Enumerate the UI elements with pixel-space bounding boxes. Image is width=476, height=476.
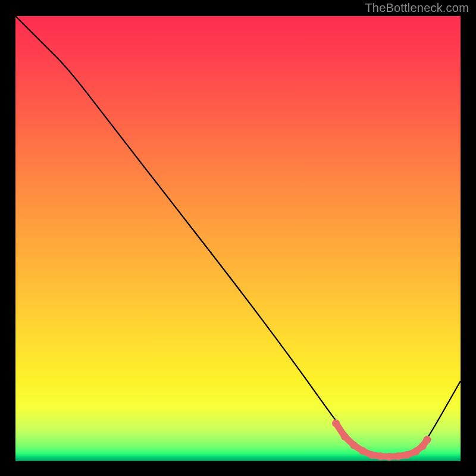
optimal-range-dot [419, 442, 427, 450]
optimal-range-dot [350, 441, 358, 449]
optimal-range-dot [412, 447, 420, 455]
optimal-range-dot [403, 451, 411, 459]
optimal-range-dot [359, 447, 367, 455]
attribution-text: TheBottleneck.com [365, 1, 469, 15]
chart-frame [15, 16, 461, 461]
optimal-range-dot [423, 436, 431, 444]
bottleneck-curve [15, 16, 461, 457]
optimal-range-dot [332, 419, 340, 427]
optimal-range-markers [332, 419, 431, 461]
optimal-range-dot [368, 451, 375, 459]
optimal-range-dot [394, 452, 402, 460]
chart-overlay [15, 16, 461, 461]
optimal-range-dot [341, 433, 349, 440]
optimal-range-dot [377, 452, 384, 460]
optimal-range-dot [386, 453, 393, 461]
